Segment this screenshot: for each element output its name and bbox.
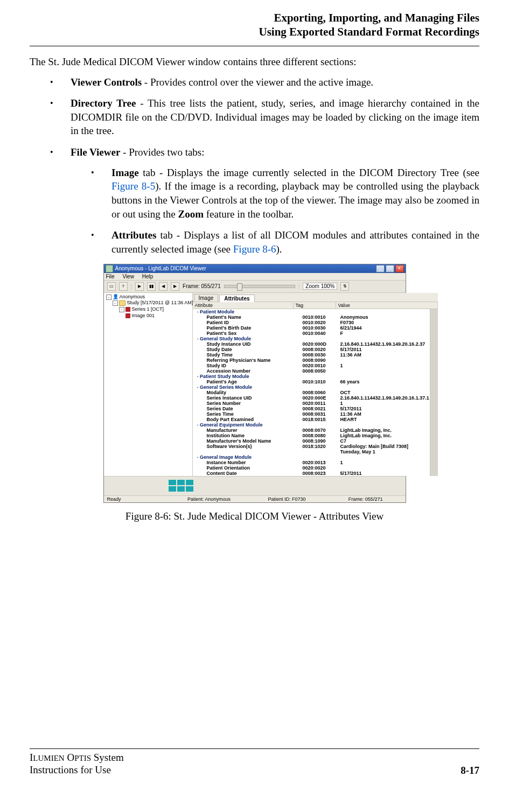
pause-button[interactable]: ▮▮ [147, 282, 156, 291]
attr-tag: 0020:000E [303, 395, 340, 401]
status-patient: Patient: Anonymous [187, 496, 268, 502]
attr-tag: 0010:0020 [303, 320, 340, 325]
help-button[interactable]: ? [119, 282, 128, 291]
menu-help[interactable]: Help [142, 274, 154, 279]
attr-value: Anonymous [340, 314, 430, 320]
attr-name: Body Part Examined [193, 417, 303, 422]
attr-value: 11:36 AM [340, 352, 430, 358]
page-footer: ILUMIEN OPTIS System Instructions for Us… [30, 748, 479, 777]
attribute-row: Study Instance UID0020:000D2.16.840.1.11… [193, 341, 430, 347]
link-figure-8-5[interactable]: Figure 8-5 [111, 180, 155, 192]
attr-tag: 0008:0023 [303, 471, 340, 476]
attr-value: 11:36 AM [340, 411, 430, 417]
attr-name: Patient's Name [193, 314, 303, 320]
attribute-row: Study Date0008:00205/17/2011 [193, 347, 430, 352]
link-figure-8-6[interactable]: Figure 8-6 [233, 243, 276, 255]
attr-value: 2.16.840.1.114432.1.99.149.20.16.1.37.1 [340, 395, 430, 401]
attr-name: Accession Number [193, 368, 303, 374]
zoom-bold: Zoom [178, 208, 204, 220]
attr-name: Content Date [193, 471, 303, 476]
attribute-row: Study Time0008:003011:36 AM [193, 352, 430, 358]
attribute-row: Body Part Examined0018:0015HEART [193, 417, 430, 422]
close-button[interactable]: × [395, 265, 404, 272]
attribute-row: Modality0008:0060OCT [193, 390, 430, 395]
attribute-row: Accession Number0008:0050 [193, 368, 430, 374]
attribute-row: Study ID0020:00101 [193, 363, 430, 368]
bullet-text: - Provides two tabs: [120, 146, 204, 158]
content-panel: Image Attributes Attribute Tag Value - P… [193, 293, 438, 476]
window-title: Anonymous - LightLab DICOM Viewer [115, 265, 206, 271]
tab-image[interactable]: Image [194, 294, 219, 302]
attr-tag: 0020:0011 [303, 401, 340, 406]
attribute-row: Institution Name0008:0080LightLab Imagin… [193, 433, 430, 438]
attr-value: C7 [340, 438, 430, 444]
attr-value: LightLab Imaging, Inc. [340, 433, 430, 438]
zoom-field[interactable]: Zoom 100% [303, 283, 337, 290]
figure-caption: Figure 8-6: St. Jude Medical DICOM Viewe… [30, 510, 479, 522]
attribute-row: Series Instance UID0020:000E2.16.840.1.1… [193, 395, 430, 401]
menu-file[interactable]: File [106, 274, 115, 279]
attribute-row: Patient's Birth Date0010:00306/21/1944 [193, 325, 430, 331]
module-header[interactable]: - Patient Module [193, 309, 430, 314]
next-frame-button[interactable]: ▶ [171, 282, 179, 291]
open-button[interactable]: ▭ [107, 282, 116, 291]
attr-value: LightLab Imaging, Inc. [340, 428, 430, 433]
attr-tag: 0020:0010 [303, 363, 340, 368]
attr-tag: 0010:1010 [303, 379, 340, 384]
attr-tag: 0010:0010 [303, 314, 340, 320]
attr-tag: 0020:0013 [303, 460, 340, 465]
module-header[interactable]: - General Series Module [193, 384, 430, 390]
play-button[interactable]: ▶ [135, 282, 144, 291]
attr-name: Manufacturer's Model Name [193, 438, 303, 444]
attr-name: Study Date [193, 347, 303, 352]
attr-value: 1 [340, 460, 430, 465]
bullet-directory-tree: Directory Tree - This tree lists the pat… [50, 96, 479, 138]
tab-attributes[interactable]: Attributes [219, 295, 254, 302]
frame-label: Frame: 055/271 [183, 283, 221, 289]
tree-root[interactable]: -👤 Anonymous [105, 294, 191, 300]
prev-frame-button[interactable]: ◀ [159, 282, 168, 291]
attr-name: Patient's Birth Date [193, 325, 303, 331]
attr-name: Study Time [193, 352, 303, 358]
figure-dicom-viewer: Anonymous - LightLab DICOM Viewer _ □ × … [103, 264, 406, 503]
attribute-row: Manufacturer0008:0070LightLab Imaging, I… [193, 428, 430, 433]
zoom-stepper[interactable]: ⇅ [340, 282, 349, 291]
attr-value: 66 years [340, 379, 430, 384]
sub-seg: tab - Displays a list of all DICOM modul… [111, 229, 479, 255]
module-header[interactable]: - General Equipment Module [193, 422, 430, 428]
attr-name: Modality [193, 390, 303, 395]
frame-slider[interactable] [224, 285, 295, 288]
footer-left: ILUMIEN OPTIS System Instructions for Us… [30, 751, 124, 777]
attr-name: Series Date [193, 406, 303, 411]
app-icon [106, 265, 113, 272]
attr-tag: 0008:0031 [303, 411, 340, 417]
attr-name: Instance Number [193, 460, 303, 465]
tree-image[interactable]: Image 001 [105, 313, 191, 319]
scrollbar-vertical[interactable] [430, 309, 438, 476]
tab-bar: Image Attributes [193, 293, 438, 302]
minimize-button[interactable]: _ [376, 265, 385, 272]
module-header[interactable]: - General Study Module [193, 336, 430, 341]
window-titlebar: Anonymous - LightLab DICOM Viewer _ □ × [104, 264, 406, 273]
tree-study[interactable]: -Study [5/17/2011 @ 11:36 AM] [105, 300, 191, 306]
module-header[interactable]: - Patient Study Module [193, 374, 430, 379]
attr-name: Series Instance UID [193, 395, 303, 401]
directory-tree[interactable]: -👤 Anonymous -Study [5/17/2011 @ 11:36 A… [104, 293, 193, 476]
sub-seg: ). [276, 243, 282, 255]
sub-bullet-list: Image tab - Displays the image currently… [71, 166, 479, 256]
attribute-row: Patient's Age0010:101066 years [193, 379, 430, 384]
sub-seg: tab - Displays the image currently selec… [139, 167, 479, 178]
attr-tag: 0008:0050 [303, 368, 340, 374]
attr-tag: 0018:1020 [303, 444, 340, 454]
header-line-2: Using Exported Standard Format Recording… [30, 25, 479, 39]
module-header[interactable]: - General Image Module [193, 454, 430, 460]
attr-name: Software Version(s) [193, 444, 303, 454]
maximize-button[interactable]: □ [386, 265, 394, 272]
attr-tag: 0008:0080 [303, 433, 340, 438]
tree-series[interactable]: -Series 1 [OCT] [105, 306, 191, 313]
bullet-list: Viewer Controls - Provides control over … [30, 75, 479, 256]
header-rule [30, 46, 479, 46]
status-frame: Frame: 055/271 [348, 496, 402, 502]
menu-view[interactable]: View [122, 274, 134, 279]
thumbnail-bar [104, 476, 406, 495]
